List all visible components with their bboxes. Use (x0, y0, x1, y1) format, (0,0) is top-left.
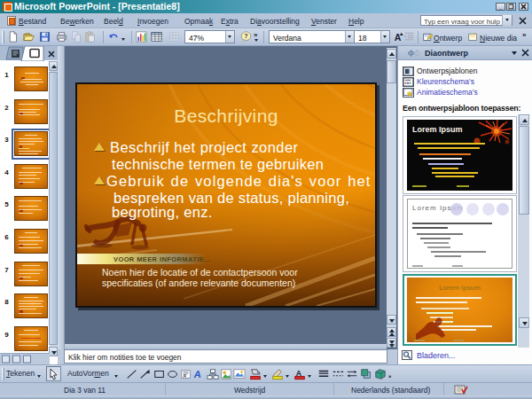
svg-text:A: A (184, 373, 187, 379)
svg-text:?: ? (244, 32, 248, 40)
svg-text:A: A (193, 369, 202, 379)
svg-text:A: A (395, 32, 402, 43)
